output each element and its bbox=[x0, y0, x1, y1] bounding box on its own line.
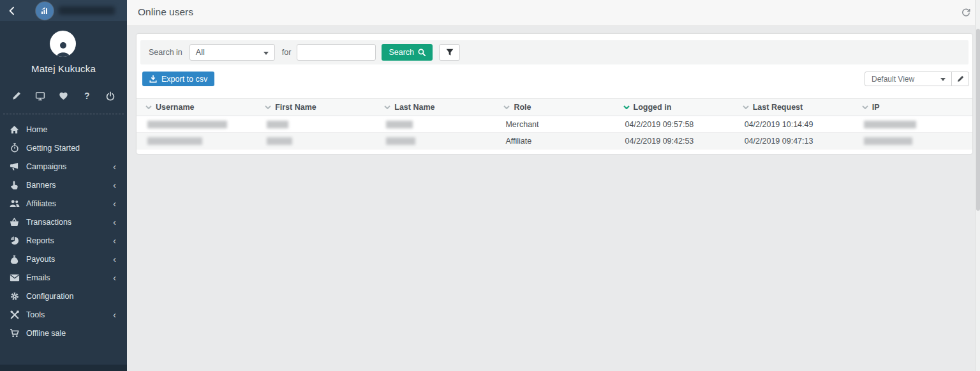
sidebar-item-home[interactable]: Home bbox=[0, 120, 127, 139]
sort-chevron-icon bbox=[862, 105, 868, 109]
sidebar-item-banners[interactable]: Banners ‹ bbox=[0, 176, 127, 194]
power-icon[interactable] bbox=[105, 90, 116, 102]
column-header-label: IP bbox=[872, 103, 880, 112]
sort-chevron-icon bbox=[384, 105, 390, 109]
caret-down-icon bbox=[940, 78, 946, 81]
chevron-left-icon: ‹ bbox=[113, 256, 116, 262]
monitor-icon[interactable] bbox=[34, 90, 46, 102]
sidebar-item-tools[interactable]: Tools ‹ bbox=[0, 305, 127, 324]
export-to-csv-label: Export to csv bbox=[161, 75, 207, 84]
sidebar-menu: Home Getting Started Campaigns ‹ Ban bbox=[0, 120, 127, 342]
export-to-csv-button[interactable]: Export to csv bbox=[142, 72, 214, 86]
magnifier-icon bbox=[418, 49, 426, 56]
search-scope-value: All bbox=[196, 48, 205, 57]
sidebar-item-label: Affiliates bbox=[26, 199, 113, 208]
table-row[interactable]: Merchant 04/2/2019 09:57:58 04/2/2019 10… bbox=[137, 116, 972, 133]
chevron-left-icon: ‹ bbox=[113, 238, 116, 244]
column-header-label: Logged in bbox=[634, 103, 672, 112]
cart-icon bbox=[9, 328, 20, 338]
chevron-left-icon: ‹ bbox=[113, 163, 116, 170]
sidebar-item-label: Campaigns bbox=[26, 162, 113, 171]
view-select[interactable]: Default View bbox=[865, 72, 951, 86]
sort-chevron-icon bbox=[743, 105, 749, 109]
sidebar-item-offline-sale[interactable]: Offline sale bbox=[0, 324, 127, 342]
table-header-row: Username First Name Last Name Role bbox=[137, 98, 972, 116]
sidebar-item-payouts[interactable]: Payouts ‹ bbox=[0, 250, 127, 268]
stopwatch-icon bbox=[9, 143, 20, 153]
question-icon[interactable]: ? bbox=[81, 90, 93, 102]
redacted-text bbox=[267, 137, 292, 145]
sidebar-item-label: Home bbox=[26, 125, 119, 134]
column-header-username[interactable]: Username bbox=[137, 99, 256, 116]
sidebar-item-emails[interactable]: Emails ‹ bbox=[0, 268, 127, 287]
search-button[interactable]: Search bbox=[382, 44, 433, 61]
sidebar-item-configuration[interactable]: Configuration bbox=[0, 287, 127, 305]
redacted-text bbox=[147, 121, 227, 128]
chevron-left-icon: ‹ bbox=[113, 275, 116, 281]
user-name: Matej Kukucka bbox=[0, 63, 127, 74]
sidebar-item-label: Transactions bbox=[26, 218, 113, 227]
page-title: Online users bbox=[138, 6, 193, 18]
caret-down-icon bbox=[264, 52, 269, 55]
download-icon bbox=[149, 75, 157, 83]
cell-role: Merchant bbox=[494, 116, 614, 132]
app-logo-icon[interactable] bbox=[36, 2, 54, 20]
sidebar-bottom-strip bbox=[0, 365, 127, 371]
edit-view-button[interactable] bbox=[951, 72, 969, 86]
sidebar-item-label: Offline sale bbox=[26, 329, 119, 338]
table-row[interactable]: Affiliate 04/2/2019 09:42:53 04/2/2019 0… bbox=[137, 133, 972, 149]
sort-chevron-icon bbox=[503, 105, 510, 109]
sidebar-topbar bbox=[0, 0, 127, 21]
column-header-label: Role bbox=[514, 103, 531, 112]
column-header-first-name[interactable]: First Name bbox=[256, 99, 375, 116]
column-header-label: Username bbox=[156, 103, 194, 112]
redacted-text bbox=[147, 137, 202, 145]
search-input[interactable] bbox=[297, 44, 376, 61]
vertical-scrollbar[interactable] bbox=[975, 0, 980, 371]
avatar[interactable] bbox=[50, 31, 76, 57]
column-header-ip[interactable]: IP bbox=[853, 99, 972, 116]
pencil-icon[interactable] bbox=[11, 90, 22, 102]
refresh-icon[interactable] bbox=[960, 6, 972, 19]
view-select-value: Default View bbox=[872, 75, 914, 84]
column-header-logged-in[interactable]: Logged in bbox=[614, 99, 734, 116]
brand-name-redacted bbox=[59, 6, 115, 15]
scrollbar-thumb[interactable] bbox=[976, 29, 980, 211]
chevron-left-icon: ‹ bbox=[113, 312, 116, 318]
chevron-left-icon: ‹ bbox=[113, 201, 116, 207]
for-label: for bbox=[282, 48, 292, 57]
cell-role: Affiliate bbox=[494, 133, 614, 149]
sidebar-item-transactions[interactable]: Transactions ‹ bbox=[0, 213, 127, 231]
sidebar-item-campaigns[interactable]: Campaigns ‹ bbox=[0, 157, 127, 176]
pie-chart-icon bbox=[9, 236, 20, 246]
chevron-left-icon: ‹ bbox=[113, 182, 116, 188]
redacted-text bbox=[864, 137, 912, 145]
redacted-text bbox=[386, 121, 413, 128]
collapse-sidebar-button[interactable] bbox=[0, 0, 24, 21]
cell-last-name-redacted bbox=[375, 116, 494, 132]
sidebar-item-reports[interactable]: Reports ‹ bbox=[0, 231, 127, 250]
envelope-icon bbox=[9, 273, 20, 283]
column-header-last-name[interactable]: Last Name bbox=[375, 99, 494, 116]
column-header-role[interactable]: Role bbox=[494, 99, 614, 116]
pencil-icon bbox=[957, 75, 964, 82]
cell-ip-redacted bbox=[853, 116, 972, 132]
search-in-label: Search in bbox=[149, 48, 182, 57]
sidebar-item-affiliates[interactable]: Affiliates ‹ bbox=[0, 194, 127, 213]
megaphone-icon bbox=[9, 162, 20, 172]
redacted-text bbox=[386, 137, 415, 145]
heart-icon[interactable] bbox=[58, 90, 70, 102]
cell-last-request: 04/2/2019 09:47:13 bbox=[734, 133, 853, 149]
cell-ip-redacted bbox=[853, 133, 972, 149]
filter-button[interactable] bbox=[439, 44, 460, 61]
cell-logged-in: 04/2/2019 09:42:53 bbox=[614, 133, 734, 149]
view-selector-group: Default View bbox=[865, 72, 969, 86]
column-header-last-request[interactable]: Last Request bbox=[734, 99, 853, 116]
sidebar-divider bbox=[3, 114, 124, 114]
online-users-table: Username First Name Last Name Role bbox=[137, 98, 972, 149]
tools-icon bbox=[9, 310, 20, 320]
redacted-text bbox=[864, 121, 916, 128]
search-scope-select[interactable]: All bbox=[189, 44, 275, 61]
sidebar-item-label: Tools bbox=[26, 310, 113, 319]
sidebar-item-getting-started[interactable]: Getting Started bbox=[0, 139, 127, 157]
